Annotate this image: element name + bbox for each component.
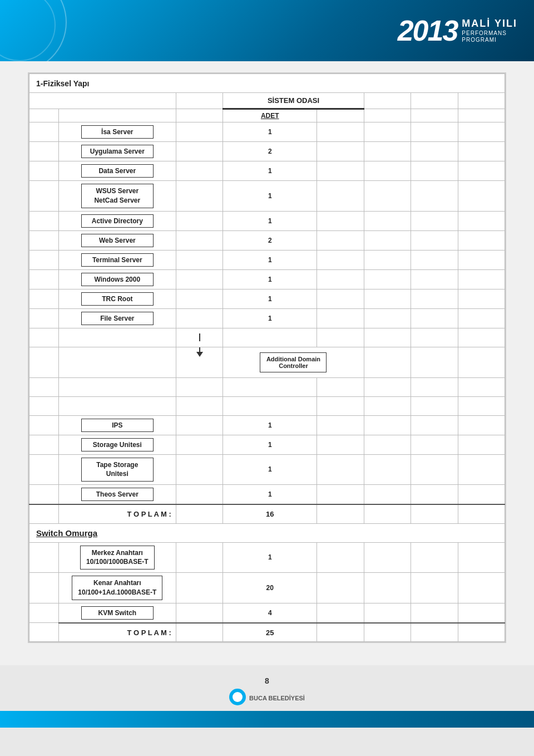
kenar-anahtar-label: Kenar Anahtarı10/100+1Ad.1000BASE-T xyxy=(72,576,162,600)
footer-logo: BUCA BELEDİYESİ xyxy=(249,695,305,701)
windows2000-label: Windows 2000 xyxy=(81,273,154,286)
toplam2-label: T O P L A M : xyxy=(127,629,171,637)
uygulama-server-label: Uygulama Server xyxy=(81,145,154,158)
spacer-row xyxy=(29,377,505,396)
terminal-server-label: Terminal Server xyxy=(81,253,154,267)
wsus-server-label: WSUS ServerNetCad Server xyxy=(81,184,154,208)
section-title-row: 1-Fiziksel Yapı xyxy=(29,74,505,93)
table-row: KVM Switch 4 xyxy=(29,603,505,623)
main-table: 1-Fiziksel Yapı SİSTEM ODASI A xyxy=(29,73,505,642)
adet-header-row: ADET xyxy=(29,109,505,122)
ips-label: IPS xyxy=(81,419,154,432)
isa-server-label: İsa Server xyxy=(81,125,154,139)
table-row: Storage Unitesi 1 xyxy=(29,435,505,454)
additional-domain-label: Additional DomainController xyxy=(260,352,327,372)
additional-domain-row: Additional DomainController xyxy=(29,347,505,377)
logo-area: 2013 MALİ YILI PERFORMANS PROGRAMI xyxy=(398,14,517,47)
table-row: TRC Root 1 xyxy=(29,289,505,308)
logo-mali: MALİ YILI xyxy=(462,18,517,30)
table-row: Merkez Anahtarı10/100/1000BASE-T 1 xyxy=(29,542,505,573)
switch-omurga-row: Switch Omurga xyxy=(29,523,505,542)
logo-text: MALİ YILI PERFORMANS PROGRAMI xyxy=(462,18,517,43)
footer: 8 BUCA BELEDİYESİ xyxy=(0,665,534,733)
kvm-switch-label: KVM Switch xyxy=(81,606,154,620)
web-server-label: Web Server xyxy=(81,234,154,247)
table-row: Web Server 2 xyxy=(29,230,505,250)
spacer-row xyxy=(29,396,505,415)
toplam1-label: T O P L A M : xyxy=(127,510,171,518)
header: 2013 MALİ YILI PERFORMANS PROGRAMI xyxy=(0,0,534,61)
trc-root-label: TRC Root xyxy=(81,292,154,306)
toplam1-row: T O P L A M : 16 xyxy=(29,504,505,523)
arrow-row xyxy=(29,328,505,347)
footer-bottom-decoration xyxy=(0,711,534,728)
sistem-odasi-label: SİSTEM ODASI xyxy=(268,96,319,105)
table-row: Windows 2000 1 xyxy=(29,269,505,289)
table-row: File Server 1 xyxy=(29,308,505,328)
main-content: 1-Fiziksel Yapı SİSTEM ODASI A xyxy=(0,61,534,665)
storage-unitesi-label: Storage Unitesi xyxy=(81,438,154,451)
file-server-label: File Server xyxy=(81,312,154,325)
logo-programi: PROGRAMI xyxy=(462,37,517,43)
toplam1-value: 16 xyxy=(266,510,274,518)
page-number: 8 xyxy=(0,676,534,685)
table-row: Kenar Anahtarı10/100+1Ad.1000BASE-T 20 xyxy=(29,573,505,603)
table-row: Uygulama Server 2 xyxy=(29,142,505,161)
active-directory-label: Active Directory xyxy=(81,214,154,228)
data-server-label: Data Server xyxy=(81,164,154,178)
table-row: Theos Server 1 xyxy=(29,485,505,505)
header-decoration xyxy=(0,0,111,61)
table-row: WSUS ServerNetCad Server 1 xyxy=(29,181,505,212)
tape-storage-label: Tape StorageUnitesi xyxy=(81,458,154,482)
theos-server-label: Theos Server xyxy=(81,488,154,501)
table-row: Terminal Server 1 xyxy=(29,250,505,269)
section-title: 1-Fiziksel Yapı xyxy=(36,79,89,88)
table-row: Data Server 1 xyxy=(29,161,505,181)
table-row: İsa Server 1 xyxy=(29,122,505,142)
adet-label: ADET xyxy=(261,112,279,120)
logo-performans: PERFORMANS xyxy=(462,30,517,37)
toplam2-value: 25 xyxy=(266,629,274,637)
table-row: Tape StorageUnitesi 1 xyxy=(29,454,505,485)
table-row: IPS 1 xyxy=(29,415,505,435)
switch-omurga-title: Switch Omurga xyxy=(36,528,97,538)
merkez-anahtar-label: Merkez Anahtarı10/100/1000BASE-T xyxy=(80,546,154,570)
table-row: Active Directory 1 xyxy=(29,211,505,230)
toplam2-row: T O P L A M : 25 xyxy=(29,623,505,642)
sistem-odasi-header-row: SİSTEM ODASI xyxy=(29,93,505,109)
table-container: 1-Fiziksel Yapı SİSTEM ODASI A xyxy=(28,72,506,643)
logo-year: 2013 xyxy=(398,14,458,47)
